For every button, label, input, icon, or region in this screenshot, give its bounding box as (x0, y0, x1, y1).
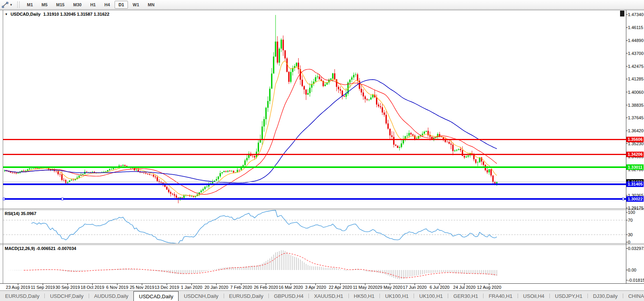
tab-uk100-h1[interactable]: UK100,H1 (414, 291, 448, 301)
tab-xauusd-h1[interactable]: XAUUSD,H1 (309, 291, 348, 301)
timeframe-button-mn[interactable]: MN (144, 1, 159, 9)
svg-text:18 Oct 2019: 18 Oct 2019 (81, 285, 104, 290)
svg-text:1.30022: 1.30022 (628, 197, 643, 201)
svg-text:70: 70 (628, 218, 633, 223)
svg-text:1.37645: 1.37645 (628, 115, 644, 120)
time-axis[interactable]: 23 Aug 201911 Sep 201930 Sep 201918 Oct … (6, 284, 501, 290)
svg-text:7 Feb 2020: 7 Feb 2020 (230, 285, 252, 290)
chart-symbol-label: USDCAD,Daily (11, 12, 40, 16)
svg-text:1.31405: 1.31405 (628, 182, 643, 186)
svg-text:11 Sep 2019: 11 Sep 2019 (31, 285, 55, 290)
svg-text:1.42475: 1.42475 (628, 64, 644, 69)
svg-text:17 Jun 2020: 17 Jun 2020 (403, 285, 427, 290)
macd-indicator-label: MACD(12,26,9) -0.006521 -0.007034 (5, 246, 76, 251)
timeframe-button-m30[interactable]: M30 (69, 1, 86, 9)
svg-text:16 Mar 2020: 16 Mar 2020 (279, 285, 303, 290)
tab-hk50-h1[interactable]: HK50,H1 (349, 291, 380, 301)
svg-text:23 Aug 2019: 23 Aug 2019 (6, 285, 30, 290)
svg-text:1.38835: 1.38835 (628, 103, 644, 108)
tab-usoil-h4[interactable]: USOil,H4 (518, 291, 549, 301)
timeframe-button-m5[interactable]: M5 (38, 1, 51, 9)
svg-text:0.032972: 0.032972 (628, 246, 644, 251)
timeframe-button-m15[interactable]: M15 (52, 1, 68, 9)
svg-text:24 Jul 2020: 24 Jul 2020 (453, 285, 476, 290)
top-toolbar: ▾ M1M5M15M30H1H4D1W1MN (0, 0, 644, 9)
svg-text:11 May 2020: 11 May 2020 (353, 285, 378, 290)
price-chart-canvas[interactable]: 1.473401.461151.448901.437001.424751.412… (0, 0, 644, 301)
tab-usdjpy-h1[interactable]: USDJPY,H1 (550, 291, 587, 301)
chart-ohlc-values: 1.31910 1.32045 1.31587 1.31622 (43, 12, 109, 16)
svg-text:1.44890: 1.44890 (628, 38, 644, 43)
svg-text:1.35606: 1.35606 (628, 137, 643, 142)
macd-histogram (7, 250, 497, 279)
svg-text:26 Feb 2020: 26 Feb 2020 (254, 285, 278, 290)
hline-selection-handle[interactable] (62, 198, 64, 200)
rsi-axis[interactable]: 10070300 (626, 210, 635, 244)
rsi-line (31, 210, 497, 244)
hline-selection-handle[interactable] (3, 198, 5, 200)
svg-text:25 Nov 2019: 25 Nov 2019 (130, 285, 154, 290)
timeframe-button-group: M1M5M15M30H1H4D1W1MN (23, 1, 159, 9)
svg-text:1.41285: 1.41285 (628, 77, 644, 81)
toolbar-grip[interactable] (17, 2, 20, 8)
timeframe-button-w1[interactable]: W1 (129, 1, 143, 9)
tab-dj30-daily[interactable]: DJ30,Daily (588, 291, 623, 301)
price-badge-1.33011: 1.33011 (626, 164, 644, 170)
timeframe-button-m1[interactable]: M1 (23, 1, 37, 9)
tool-dropdown-arrow-icon[interactable]: ▾ (10, 3, 12, 7)
svg-text:-0.018154: -0.018154 (628, 278, 644, 283)
timeframe-button-h1[interactable]: H1 (86, 1, 100, 9)
svg-text:100: 100 (628, 210, 635, 215)
chart-tab-bar: EURUSD,DailyUSDCHF,DailyAUDUSD,DailyUSDC… (0, 290, 644, 301)
svg-text:1.47340: 1.47340 (628, 12, 644, 17)
svg-text:6 Jul 2020: 6 Jul 2020 (430, 285, 450, 290)
tab-usdcnh-daily[interactable]: USDCNH,Daily (179, 291, 223, 301)
tab-eurusd-daily[interactable]: EURUSD,Daily (0, 291, 44, 301)
tab-gbpusd-h4[interactable]: GBPUSD,H4 (269, 291, 308, 301)
timeframe-button-d1[interactable]: D1 (115, 1, 128, 9)
tab-usdchf-daily[interactable]: USDCHF,Daily (45, 291, 88, 301)
trendline-tool-icon (2, 2, 9, 8)
macd-axis[interactable]: 0.0329720.00-0.018154 (626, 246, 644, 283)
macd-signal-line (24, 253, 497, 278)
svg-text:3 Apr 2020: 3 Apr 2020 (305, 285, 326, 290)
tab-usdcad-daily[interactable]: USDCAD,Daily (133, 291, 179, 301)
chart-shift-marker[interactable] (620, 11, 624, 16)
price-badge-1.34206: 1.34206 (626, 151, 644, 157)
svg-text:13 Dec 2019: 13 Dec 2019 (155, 285, 179, 290)
svg-text:1.43700: 1.43700 (628, 51, 644, 56)
tab-ger30-h1[interactable]: GER30,H1 (448, 291, 483, 301)
line-studies-tool-button[interactable]: ▾ (0, 2, 13, 8)
tab-china300-h1[interactable]: CHINA300,H1 (623, 291, 644, 301)
svg-text:1 Jan 2020: 1 Jan 2020 (181, 285, 202, 290)
chart-tabs: EURUSD,DailyUSDCHF,DailyAUDUSD,DailyUSDC… (0, 291, 644, 301)
svg-text:29 May 2020: 29 May 2020 (378, 285, 403, 290)
svg-text:22 Apr 2020: 22 Apr 2020 (329, 285, 352, 290)
svg-text:20 Jan 2020: 20 Jan 2020 (204, 285, 228, 290)
svg-text:1.46115: 1.46115 (628, 25, 643, 30)
price-badge-1.35606: 1.35606 (626, 137, 644, 142)
svg-text:1.33011: 1.33011 (628, 165, 643, 170)
svg-text:30 Sep 2019: 30 Sep 2019 (55, 285, 80, 290)
svg-text:0.00: 0.00 (628, 268, 636, 272)
tab-uk100-h1[interactable]: UK100,H1 (380, 291, 414, 301)
hline-selection-handle[interactable] (622, 198, 624, 200)
svg-text:0: 0 (628, 240, 630, 244)
svg-text:1.40060: 1.40060 (628, 90, 644, 95)
rsi-indicator-label: RSI(14) 35.0967 (5, 211, 36, 216)
svg-text:6 Nov 2019: 6 Nov 2019 (106, 285, 128, 290)
svg-text:30: 30 (628, 232, 633, 237)
tab-fra40-h1[interactable]: FRA40,H1 (483, 291, 518, 301)
chart-header: ▼ USDCAD,Daily 1.31910 1.32045 1.31587 1… (5, 12, 109, 16)
candlestick-series (4, 15, 497, 203)
price-badge-1.31405: 1.31405 (626, 181, 644, 187)
tab-eurusd-daily[interactable]: EURUSD,Daily (224, 291, 268, 301)
tab-audusd-daily[interactable]: AUDUSD,Daily (89, 291, 133, 301)
timeframe-button-h4[interactable]: H4 (100, 1, 114, 9)
svg-text:1.36420: 1.36420 (628, 128, 644, 133)
chart-menu-arrow-icon[interactable]: ▼ (5, 13, 8, 16)
price-badge-1.30022: 1.30022 (626, 196, 644, 202)
svg-text:12 Aug 2020: 12 Aug 2020 (477, 285, 502, 290)
svg-text:1.34206: 1.34206 (628, 152, 643, 157)
